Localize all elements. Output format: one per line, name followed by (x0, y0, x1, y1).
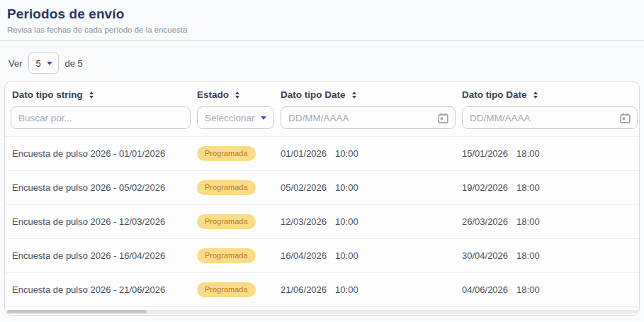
date-filter-end-input[interactable] (463, 113, 619, 123)
date-filter-start[interactable] (281, 106, 456, 129)
cell-end-datetime: 30/04/202618:00 (460, 250, 639, 261)
status-select-placeholder: Seleccionar (205, 113, 255, 123)
start-time: 10:00 (335, 284, 358, 295)
start-time: 10:00 (335, 216, 358, 227)
end-time: 18:00 (516, 284, 540, 295)
table-header-row: Dato tipo string Estado Dato tipo Date D… (5, 82, 639, 105)
column-header-label: Estado (197, 89, 229, 100)
column-header-date-end[interactable]: Dato tipo Date (460, 89, 639, 100)
column-header-label: Dato tipo Date (462, 89, 527, 100)
column-header-label: Dato tipo string (12, 89, 83, 100)
sort-arrows-icon[interactable] (89, 91, 94, 99)
column-header-string[interactable]: Dato tipo string (5, 89, 195, 100)
table-row: Encuesta de pulso 2026 - 12/03/2026 Prog… (5, 205, 639, 239)
page-subtitle: Revisa las fechas de cada período de la … (7, 26, 635, 34)
status-badge: Programada (197, 180, 256, 195)
cell-name: Encuesta de pulso 2026 - 01/01/2026 (5, 148, 195, 159)
sort-arrows-icon[interactable] (352, 91, 356, 99)
status-select[interactable]: Seleccionar (197, 106, 274, 129)
horizontal-scrollbar[interactable] (6, 310, 638, 313)
start-time: 10:00 (335, 148, 358, 159)
date-filter-start-input[interactable] (281, 113, 437, 123)
table-row: Encuesta de pulso 2026 - 21/06/2026 Prog… (5, 273, 639, 307)
table-row: Encuesta de pulso 2026 - 16/04/2026 Prog… (5, 239, 639, 273)
table-row: Encuesta de pulso 2026 - 05/02/2026 Prog… (5, 171, 639, 205)
cell-start-datetime: 05/02/202610:00 (278, 182, 460, 193)
page-size-select[interactable]: 5 (28, 52, 59, 74)
cell-end-datetime: 04/06/202618:00 (460, 284, 639, 295)
calendar-icon[interactable] (437, 112, 449, 124)
end-time: 18:00 (516, 250, 540, 261)
header-divider (0, 40, 644, 41)
column-header-estado[interactable]: Estado (195, 89, 278, 100)
end-date: 15/01/2026 (462, 148, 508, 159)
end-time: 18:00 (516, 182, 540, 193)
page-size-value: 5 (36, 58, 41, 69)
periods-table: Dato tipo string Estado Dato tipo Date D… (4, 81, 640, 316)
start-date: 16/04/2026 (281, 250, 327, 261)
column-header-date-start[interactable]: Dato tipo Date (278, 89, 460, 100)
table-row: Encuesta de pulso 2026 - 01/01/2026 Prog… (5, 137, 639, 171)
cell-name: Encuesta de pulso 2026 - 16/04/2026 (5, 250, 195, 261)
status-badge: Programada (197, 146, 256, 161)
sort-arrows-icon[interactable] (235, 91, 239, 99)
sort-arrows-icon[interactable] (533, 91, 538, 99)
scrollbar-thumb[interactable] (7, 310, 147, 313)
cell-end-datetime: 26/03/202618:00 (460, 216, 639, 227)
chevron-down-icon (261, 116, 266, 120)
page-size-control: Ver 5 de 5 (9, 52, 644, 74)
start-date: 01/01/2026 (281, 148, 327, 159)
start-date: 05/02/2026 (281, 182, 327, 193)
calendar-icon[interactable] (619, 112, 631, 124)
page-header: Periodos de envío Revisa las fechas de c… (0, 0, 644, 34)
end-time: 18:00 (516, 148, 540, 159)
end-time: 18:00 (516, 216, 540, 227)
cell-start-datetime: 01/01/202610:00 (278, 148, 460, 159)
start-time: 10:00 (335, 250, 358, 261)
cell-name: Encuesta de pulso 2026 - 12/03/2026 (5, 216, 195, 227)
cell-name: Encuesta de pulso 2026 - 05/02/2026 (5, 182, 195, 193)
start-time: 10:00 (335, 182, 358, 193)
status-badge: Programada (197, 248, 256, 263)
end-date: 19/02/2026 (462, 182, 508, 193)
cell-name: Encuesta de pulso 2026 - 21/06/2026 (5, 284, 195, 295)
start-date: 21/06/2026 (281, 284, 327, 295)
column-header-label: Dato tipo Date (281, 89, 346, 100)
table-filter-row: Seleccionar (5, 105, 639, 137)
status-badge: Programada (197, 214, 256, 229)
end-date: 04/06/2026 (462, 284, 508, 295)
status-badge: Programada (197, 282, 256, 297)
cell-start-datetime: 16/04/202610:00 (278, 250, 460, 261)
search-input[interactable] (11, 106, 191, 129)
cell-start-datetime: 12/03/202610:00 (278, 216, 460, 227)
total-count-label: de 5 (65, 58, 83, 69)
start-date: 12/03/2026 (281, 216, 327, 227)
cell-end-datetime: 15/01/202618:00 (460, 148, 639, 159)
page-size-label: Ver (9, 58, 23, 69)
end-date: 26/03/2026 (462, 216, 508, 227)
page-title: Periodos de envío (7, 6, 635, 22)
chevron-down-icon (47, 62, 52, 65)
cell-end-datetime: 19/02/202618:00 (460, 182, 639, 193)
end-date: 30/04/2026 (462, 250, 508, 261)
date-filter-end[interactable] (462, 106, 638, 129)
cell-start-datetime: 21/06/202610:00 (278, 284, 460, 295)
